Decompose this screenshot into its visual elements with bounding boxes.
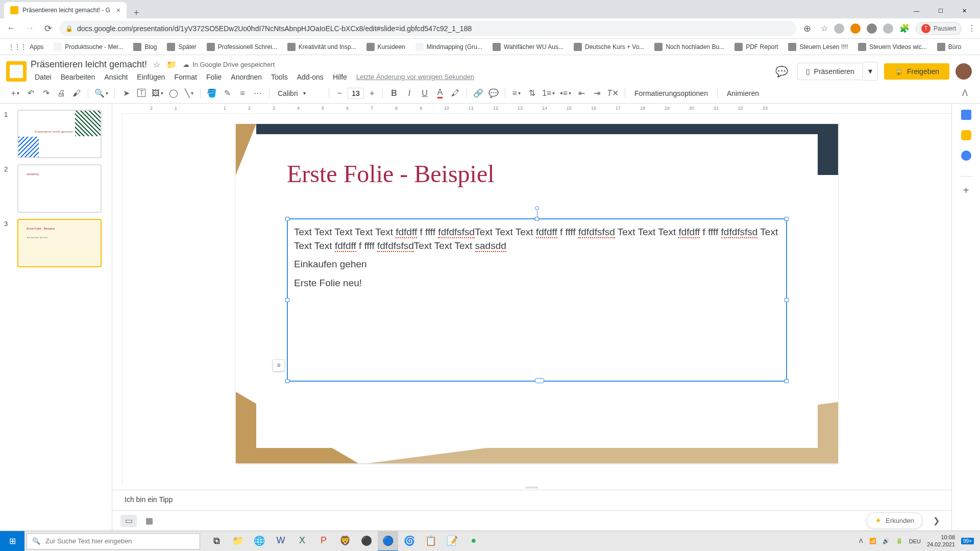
chrome-menu-icon[interactable]: ⋮ (968, 23, 976, 33)
slides-logo[interactable] (6, 61, 27, 82)
line-spacing-indicator[interactable]: ≡ (273, 359, 285, 371)
align-button[interactable]: ≡▾ (509, 86, 524, 101)
textbox-tool[interactable]: 🅃 (134, 86, 149, 101)
move-icon[interactable]: 📁 (166, 60, 177, 69)
numbered-list-button[interactable]: 1≡▾ (540, 86, 557, 101)
menu-format[interactable]: Format (170, 71, 201, 83)
comment-button[interactable]: 💬 (486, 86, 501, 101)
bulleted-list-button[interactable]: •≡▾ (558, 86, 573, 101)
taskbar-app-excel[interactable]: X (292, 531, 312, 552)
bookmark-item[interactable]: Blog (129, 41, 161, 53)
slide-canvas[interactable]: Erste Folie - Beispiel ≡ (122, 114, 951, 485)
redo-button[interactable]: ↷ (39, 86, 53, 101)
last-change-link[interactable]: Letzte Änderung vor wenigen Sekunden (356, 71, 474, 83)
resize-handle[interactable] (285, 379, 289, 383)
slide-title[interactable]: Erste Folie - Beispiel (287, 160, 787, 188)
fill-color-button[interactable]: 🪣 (205, 86, 219, 101)
taskbar-app-notepad[interactable]: 📝 (442, 531, 462, 552)
battery-icon[interactable]: 🔋 (896, 538, 903, 544)
side-panel-toggle[interactable]: ❯ (929, 514, 943, 528)
menu-anordnen[interactable]: Anordnen (227, 71, 266, 83)
zoom-icon[interactable]: ⊕ (800, 21, 815, 36)
extension-icon[interactable] (850, 23, 861, 34)
explore-button[interactable]: ✦ Erkunden (866, 512, 923, 529)
format-options-button[interactable]: Formatierungsoptionen (629, 89, 713, 97)
menu-folie[interactable]: Folie (202, 71, 226, 83)
calendar-icon[interactable] (961, 110, 971, 120)
slide-thumbnail-2[interactable]: zjvwprng (17, 164, 102, 213)
font-selector[interactable]: Calibri ▾ (274, 89, 325, 97)
taskbar-app-chrome[interactable]: 🔵 (378, 531, 398, 552)
bookmark-item[interactable]: PDF Report (730, 41, 782, 53)
extensions-menu-icon[interactable]: 🧩 (899, 23, 910, 33)
decrease-indent-button[interactable]: ⇤ (574, 86, 589, 101)
browser-tab[interactable]: Präsentieren leicht gemacht! - G × (4, 2, 127, 18)
language-indicator[interactable]: DEU (909, 538, 921, 544)
filmstrip[interactable]: 1 Präsentieren leicht gemacht 2 zjvwprng… (0, 104, 112, 531)
present-button[interactable]: ▯ Präsentieren (797, 63, 863, 80)
paint-format-button[interactable]: 🖌 (69, 86, 84, 101)
resize-handle[interactable] (535, 378, 544, 383)
resize-handle[interactable] (285, 298, 289, 302)
wifi-icon[interactable]: 📶 (869, 538, 876, 544)
address-bar[interactable]: 🔒 docs.google.com/presentation/d/1yV372S… (59, 21, 796, 36)
star-icon[interactable]: ☆ (153, 60, 160, 69)
forward-button[interactable]: → (22, 21, 37, 36)
star-icon[interactable]: ☆ (821, 23, 828, 33)
speaker-notes[interactable]: Ich bin ein Tipp (112, 490, 951, 510)
start-button[interactable]: ⊞ (0, 531, 24, 552)
bookmark-item[interactable]: Kreativität und Insp... (283, 41, 360, 53)
vertical-ruler[interactable] (112, 114, 122, 485)
border-color-button[interactable]: ✎ (220, 86, 234, 101)
bold-button[interactable]: B (387, 86, 401, 101)
clock[interactable]: 10:08 24.02.2021 (927, 534, 955, 547)
extension-icon[interactable] (834, 23, 844, 34)
bookmark-item[interactable]: Noch hochladen Bu... (650, 41, 728, 53)
maximize-button[interactable]: ☐ (929, 3, 952, 18)
zoom-button[interactable]: 🔍▾ (92, 86, 110, 101)
minimize-button[interactable]: — (905, 3, 928, 18)
menu-datei[interactable]: Datei (31, 71, 56, 83)
resize-handle[interactable] (285, 217, 289, 221)
notifications-button[interactable]: 99+ (961, 538, 974, 544)
taskbar-app-edge[interactable]: 🌐 (249, 531, 270, 552)
underline-button[interactable]: U (418, 86, 432, 101)
keep-icon[interactable] (961, 130, 971, 140)
taskbar-app-explorer[interactable]: 📁 (228, 531, 248, 552)
line-tool[interactable]: ╲▾ (182, 86, 196, 101)
tray-expand-icon[interactable]: ᐱ (859, 538, 863, 544)
extension-icon[interactable] (883, 23, 893, 34)
filmstrip-view-button[interactable]: ▭ (120, 515, 137, 527)
slide-thumbnail-1[interactable]: Präsentieren leicht gemacht (17, 110, 102, 158)
taskbar-app-edge2[interactable]: 🌀 (399, 531, 420, 552)
highlight-button[interactable]: 🖍 (448, 86, 462, 101)
shape-tool[interactable]: ◯ (166, 86, 181, 101)
menu-bearbeiten[interactable]: Bearbeiten (57, 71, 100, 83)
rotate-handle[interactable] (535, 206, 539, 210)
present-dropdown[interactable]: ▾ (863, 62, 878, 81)
bookmark-item[interactable]: Deutsche Kurs + Vo... (570, 41, 648, 53)
resize-handle[interactable] (785, 298, 789, 302)
border-dash-button[interactable]: ⋯ (251, 86, 265, 101)
text-color-button[interactable]: A (433, 86, 447, 101)
increase-indent-button[interactable]: ⇥ (590, 86, 604, 101)
profile-paused-badge[interactable]: T Pausiert (916, 22, 962, 35)
bookmark-item[interactable]: Kursideen (362, 41, 409, 53)
border-weight-button[interactable]: ≡ (235, 86, 250, 101)
share-button[interactable]: 🔒 Freigeben (884, 63, 949, 80)
grid-view-button[interactable]: ▦ (141, 515, 157, 527)
save-status[interactable]: ☁ In Google Drive gespeichert (183, 61, 275, 68)
bookmark-item[interactable]: Wahlfächer WU Aus... (488, 41, 568, 53)
taskbar-app-obs[interactable]: ⚫ (356, 531, 377, 552)
close-tab-icon[interactable]: × (116, 6, 120, 14)
bookmark-item[interactable]: Steuern Lesen !!!! (784, 41, 852, 53)
link-button[interactable]: 🔗 (471, 86, 485, 101)
bookmark-item[interactable]: Mindmapping (Gru... (411, 41, 486, 53)
bookmark-item[interactable]: Produktsuche - Mer... (50, 41, 127, 53)
resize-handle[interactable] (535, 217, 539, 221)
taskbar-app-powerpoint[interactable]: P (313, 531, 334, 552)
menu-hilfe[interactable]: Hilfe (329, 71, 351, 83)
menu-addons[interactable]: Add-ons (293, 71, 328, 83)
document-title[interactable]: Präsentieren leicht gemacht! (31, 59, 147, 70)
apps-shortcut[interactable]: ⋮⋮⋮Apps (4, 41, 47, 53)
